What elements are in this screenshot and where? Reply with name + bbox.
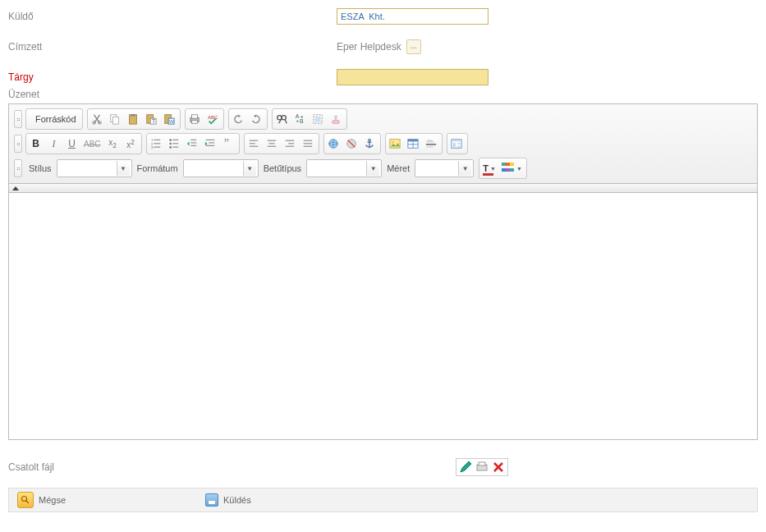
source-button[interactable]: Forráskód xyxy=(27,110,81,128)
svg-rect-49 xyxy=(250,143,255,144)
hr-button[interactable] xyxy=(423,135,441,153)
table-icon xyxy=(407,138,419,149)
size-dropdown[interactable]: ▼ xyxy=(415,159,474,177)
align-left-button[interactable] xyxy=(245,135,264,153)
svg-rect-57 xyxy=(304,140,313,141)
replace-icon: AB xyxy=(294,113,305,125)
bold-button[interactable]: B xyxy=(27,135,45,153)
outdent-button[interactable] xyxy=(184,135,202,153)
size-label: Méret xyxy=(387,163,410,173)
redo-button[interactable] xyxy=(248,110,266,128)
removeformat-button[interactable] xyxy=(328,110,346,128)
indent-button[interactable] xyxy=(202,135,220,153)
svg-line-84 xyxy=(26,501,29,503)
toolbar-grip[interactable] xyxy=(14,110,22,128)
align-justify-button[interactable] xyxy=(300,135,318,153)
attach-delete-button[interactable] xyxy=(492,461,505,474)
link-button[interactable] xyxy=(325,135,343,153)
align-center-icon xyxy=(266,138,278,149)
cut-button[interactable] xyxy=(89,110,107,128)
anchor-button[interactable] xyxy=(361,135,379,153)
find-button[interactable] xyxy=(273,110,291,128)
selectall-icon xyxy=(312,113,323,125)
paste-text-button[interactable]: T xyxy=(143,110,161,128)
svg-rect-32 xyxy=(154,140,160,140)
attach-view-button[interactable] xyxy=(475,461,488,474)
table-button[interactable] xyxy=(405,135,423,153)
message-body[interactable] xyxy=(9,193,757,439)
cancel-button[interactable]: Mégse xyxy=(14,491,69,509)
recipient-label: Címzett xyxy=(8,41,337,53)
style-label: Stílus xyxy=(29,163,52,173)
image-icon xyxy=(389,138,401,149)
ol-icon: 123 xyxy=(150,138,162,149)
blockquote-button[interactable]: ” xyxy=(220,135,238,153)
action-bar: Mégse Küldés xyxy=(8,488,758,512)
print-button[interactable] xyxy=(186,110,204,128)
spellcheck-button[interactable]: ABC xyxy=(204,110,222,128)
templates-button[interactable] xyxy=(448,135,466,153)
svg-rect-73 xyxy=(427,141,434,142)
indent-icon xyxy=(204,138,216,149)
font-dropdown[interactable]: ▼ xyxy=(306,159,382,177)
copy-button[interactable] xyxy=(107,110,125,128)
paste-word-button[interactable]: W xyxy=(161,110,179,128)
subject-input[interactable] xyxy=(337,69,488,85)
ul-button[interactable] xyxy=(166,135,184,153)
subscript-button[interactable]: x2 xyxy=(104,135,122,153)
svg-rect-59 xyxy=(304,146,313,147)
svg-rect-27 xyxy=(315,117,321,122)
toolbar-grip-2[interactable] xyxy=(14,135,22,153)
replace-button[interactable]: AB xyxy=(291,110,310,128)
italic-button[interactable]: I xyxy=(45,135,63,153)
paste-button[interactable] xyxy=(125,110,143,128)
unlink-icon xyxy=(346,138,357,149)
undo-icon xyxy=(232,113,244,125)
selectall-button[interactable] xyxy=(310,110,328,128)
text-color-button[interactable]: T▼ xyxy=(480,159,499,177)
bg-color-button[interactable]: ▼ xyxy=(499,159,525,177)
svg-rect-44 xyxy=(206,140,215,140)
cut-icon xyxy=(91,113,103,125)
svg-point-35 xyxy=(169,139,172,141)
attach-edit-button[interactable] xyxy=(459,461,472,474)
underline-button[interactable]: U xyxy=(63,135,81,153)
format-dropdown[interactable]: ▼ xyxy=(183,159,259,177)
svg-rect-39 xyxy=(172,143,178,144)
image-button[interactable] xyxy=(387,135,405,153)
svg-point-37 xyxy=(169,146,172,149)
send-button[interactable]: Küldés xyxy=(202,491,255,509)
rich-text-editor: Forráskód T W ABC AB xyxy=(8,103,758,440)
svg-point-21 xyxy=(282,116,286,120)
svg-rect-45 xyxy=(209,142,214,143)
templates-icon xyxy=(451,138,462,149)
removeformat-icon xyxy=(330,113,342,125)
paste-icon xyxy=(127,113,139,125)
toolbar-collapse[interactable] xyxy=(9,184,757,193)
svg-rect-80 xyxy=(457,146,461,148)
find-icon xyxy=(276,113,287,125)
svg-rect-72 xyxy=(427,140,433,141)
svg-rect-74 xyxy=(426,144,436,145)
undo-button[interactable] xyxy=(230,110,248,128)
ul-icon xyxy=(168,138,180,149)
recipient-more-button[interactable]: ... xyxy=(406,39,421,54)
svg-point-20 xyxy=(278,116,282,120)
unlink-button[interactable] xyxy=(343,135,361,153)
align-right-button[interactable] xyxy=(282,135,300,153)
ol-button[interactable]: 123 xyxy=(148,135,166,153)
svg-text:W: W xyxy=(169,118,174,124)
save-icon xyxy=(205,493,218,507)
superscript-button[interactable]: x2 xyxy=(122,135,140,153)
align-center-button[interactable] xyxy=(264,135,282,153)
strike-button[interactable]: ABC xyxy=(81,135,104,153)
svg-line-23 xyxy=(285,120,287,123)
sender-input[interactable] xyxy=(337,8,488,25)
toolbar-grip-3[interactable] xyxy=(14,159,22,177)
message-label: Üzenet xyxy=(8,89,758,100)
bg-color-icon xyxy=(502,163,515,174)
svg-rect-43 xyxy=(190,145,196,146)
svg-text:”: ” xyxy=(224,138,229,149)
style-dropdown[interactable]: ▼ xyxy=(57,159,132,177)
sender-label: Küldő xyxy=(8,11,337,22)
